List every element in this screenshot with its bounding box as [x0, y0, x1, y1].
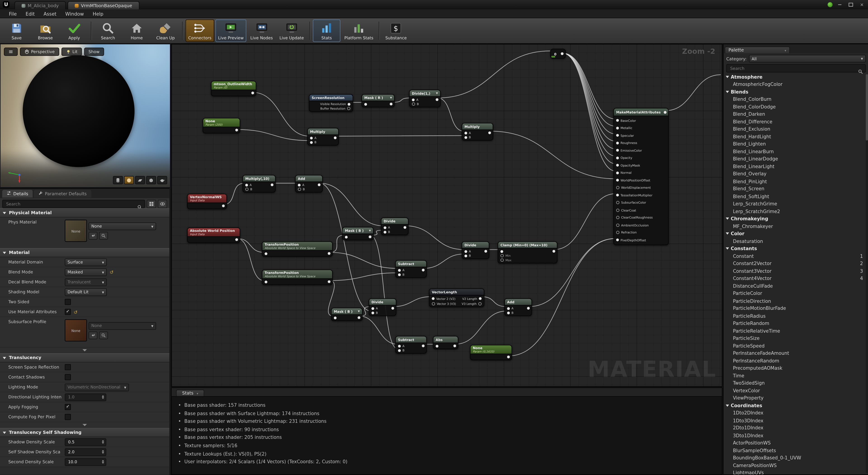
viewport-button-show[interactable]: Show	[84, 48, 104, 56]
input-pin[interactable]	[500, 250, 503, 253]
graph-node-add-b[interactable]: AddAB	[504, 298, 532, 316]
input-pin[interactable]	[616, 231, 620, 234]
graph-node-screen-resolution[interactable]: ScreenResolutionVisible ResolutionBuffer…	[309, 94, 353, 112]
input-pin[interactable]	[398, 344, 401, 347]
output-pin[interactable]	[328, 252, 331, 255]
palette-item[interactable]: Desaturation	[723, 238, 865, 245]
dropdown-blend-mode[interactable]: Masked▼	[65, 268, 107, 276]
preview-viewport[interactable]: PerspectiveLitShow	[0, 43, 170, 188]
output-pin[interactable]	[222, 204, 225, 207]
input-pin[interactable]	[265, 280, 268, 283]
input-pin[interactable]	[616, 216, 620, 219]
output-pin[interactable]	[369, 235, 371, 238]
palette-item[interactable]: ViewProperty	[723, 394, 865, 402]
palette-item[interactable]: Constant4Vector4	[723, 275, 865, 282]
input-pin[interactable]	[465, 131, 467, 134]
material-graph-canvas[interactable]: 0mtoon_OutlineWidthParam (0)NoneParam (2…	[171, 43, 722, 387]
output-pin[interactable]	[318, 184, 320, 186]
reset-to-default-icon[interactable]: ↺	[74, 310, 78, 314]
input-pin[interactable]	[371, 311, 374, 314]
graph-node-multiply-b[interactable]: MultiplyAB	[462, 123, 493, 140]
section-header-physical-material[interactable]: Physical Material	[0, 208, 169, 218]
palette-tab[interactable]: Palette ▾	[725, 46, 790, 53]
palette-item[interactable]: 1Dto2DIndex	[723, 409, 865, 417]
palette-search-box[interactable]	[726, 64, 866, 72]
checkbox-two-sided[interactable]	[65, 299, 71, 305]
viewport-button-options[interactable]	[4, 48, 18, 56]
output-pin[interactable]	[454, 344, 456, 347]
menu-help[interactable]: Help	[88, 11, 108, 16]
output-pin[interactable]	[436, 98, 438, 101]
output-pin[interactable]	[328, 280, 331, 283]
maximize-button[interactable]	[847, 1, 855, 8]
graph-node-transform-position-2[interactable]: TransformPositionAbsolute World Space to…	[262, 270, 333, 285]
dropdown-material-domain[interactable]: Surface▼	[65, 258, 107, 266]
details-search-input[interactable]	[5, 201, 137, 207]
palette-item[interactable]: Blend_LinearBurn	[723, 148, 865, 155]
menu-file[interactable]: File	[4, 11, 21, 16]
palette-item[interactable]: ParticleColor	[723, 290, 865, 297]
output-pin[interactable]	[527, 307, 530, 310]
input-pin[interactable]	[616, 149, 619, 152]
palette-item[interactable]: PerInstanceRandom	[723, 357, 865, 365]
chevron-down-icon[interactable]: ▼	[434, 92, 438, 95]
input-pin[interactable]	[478, 302, 482, 305]
palette-scrollbar[interactable]	[866, 74, 868, 473]
graph-node-none-200[interactable]: NoneParam (200)	[203, 118, 240, 133]
section-header-translucency-self-shadowing[interactable]: Translucency Self Shadowing	[0, 428, 169, 437]
tab-parameter-defaults[interactable]: Parameter Defaults	[34, 190, 91, 197]
palette-item[interactable]: Blend_Exclusion	[723, 125, 865, 133]
graph-node-vector-length[interactable]: VectorLengthVector 2 (V2)V2 LengthVector…	[429, 288, 485, 307]
toolbar-button-connectors[interactable]: Connectors	[185, 20, 214, 42]
graph-node-subtract-1[interactable]: SubtractAB	[395, 260, 427, 278]
palette-item[interactable]: 3Dto1DIndex	[723, 432, 865, 439]
graph-node-mask-b-2[interactable]: Mask ( B )▼	[331, 308, 363, 321]
browse-asset-button[interactable]	[99, 232, 108, 239]
spinner-arrows[interactable]	[102, 440, 105, 444]
graph-node-divide-2[interactable]: DivideAB	[381, 217, 408, 235]
palette-category-color[interactable]: Color	[723, 230, 865, 238]
input-pin[interactable]	[616, 239, 619, 241]
graph-node-divide-3[interactable]: DivideAB	[462, 241, 489, 259]
number-field-self-shadow-density-sca[interactable]: 2.0	[65, 448, 106, 455]
palette-item[interactable]: MF_Chromakeyer	[723, 222, 865, 230]
output-pin[interactable]	[403, 226, 406, 229]
palette-category-coordinates[interactable]: Coordinates	[723, 402, 865, 409]
viewport-button-lit[interactable]: Lit	[61, 48, 82, 56]
preview-shape-sphere-button[interactable]	[124, 176, 134, 184]
output-pin[interactable]	[422, 344, 425, 347]
toolbar-button-save[interactable]: Save	[3, 20, 30, 42]
toolbar-button-live-nodes[interactable]: Live Nodes	[248, 20, 276, 42]
palette-item[interactable]: 2Dto1DIndex	[723, 424, 865, 432]
palette-item[interactable]: ActorPositionWS	[723, 439, 865, 446]
output-pin[interactable]	[235, 238, 238, 241]
use-selected-asset-button[interactable]	[89, 232, 97, 239]
preview-shape-teapot-button[interactable]	[157, 176, 167, 184]
palette-item[interactable]: Blend_LinearLight	[723, 163, 865, 170]
input-pin[interactable]	[500, 254, 504, 257]
input-pin[interactable]	[298, 184, 301, 186]
palette-item[interactable]: ParticleSpeed	[723, 342, 865, 349]
preview-shape-cube-button[interactable]	[146, 176, 156, 184]
graph-node-divide-1[interactable]: Divide(1,)▼AB	[409, 90, 441, 107]
output-pin[interactable]	[390, 103, 393, 105]
toolbar-button-live-preview[interactable]: Live Preview	[215, 20, 247, 42]
palette-item[interactable]: ParticleDirection	[723, 297, 865, 305]
input-pin[interactable]	[371, 307, 374, 310]
palette-item[interactable]: LightmapUVs	[723, 469, 865, 474]
use-selected-asset-button[interactable]	[89, 331, 97, 339]
input-pin[interactable]	[348, 103, 350, 105]
palette-item[interactable]: BoundingBoxBased_0-1_UVW	[723, 454, 865, 462]
dropdown-shading-model[interactable]: Default Lit▼	[65, 288, 107, 296]
dropdown-lighting-mode[interactable]: Volumetric NonDirectional▼	[65, 383, 129, 391]
graph-node-mask-b-1[interactable]: Mask ( B )▼	[342, 227, 374, 240]
toolbar-button-stats[interactable]: Stats	[313, 20, 340, 42]
input-pin[interactable]	[465, 136, 467, 138]
dropdown-decal-blend-mode[interactable]: Translucent▼	[65, 278, 107, 286]
toolbar-button-live-update[interactable]: Live Update	[277, 20, 307, 42]
toolbar-button-clean-up[interactable]: Clean Up	[152, 20, 179, 42]
chevron-down-icon[interactable]: ▼	[388, 96, 392, 99]
palette-item[interactable]: Time	[723, 372, 865, 379]
palette-category-atmosphere[interactable]: Atmosphere	[723, 73, 865, 81]
input-pin[interactable]	[310, 136, 313, 139]
